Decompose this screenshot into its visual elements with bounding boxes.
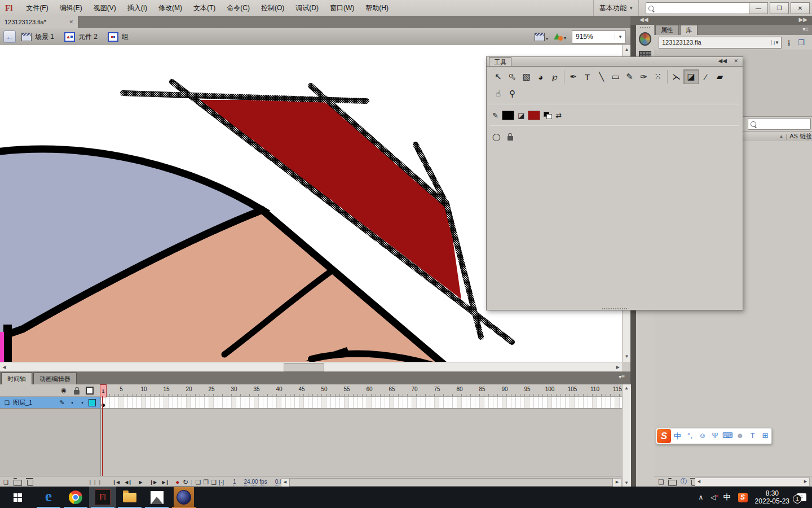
scrollbar-thumb[interactable] [289, 479, 613, 487]
menu-item[interactable]: 控制(O) [255, 1, 290, 15]
layer-frames-row[interactable] [101, 397, 622, 409]
goto-last-frame-button[interactable]: ▶❙ [160, 478, 171, 487]
layer-visibility-toggle[interactable]: • [67, 400, 77, 406]
minimize-button[interactable]: — [749, 2, 768, 14]
panel-tab[interactable]: 时间轴 [1, 373, 32, 384]
tray-chevron-icon[interactable]: ∧ [699, 493, 704, 501]
notification-center-icon[interactable]: ≡ 1 [797, 493, 806, 501]
workspace-switcher[interactable]: 基本功能 ▾ [593, 0, 639, 16]
goto-first-frame-button[interactable]: ❙◀ [111, 478, 122, 487]
pencil-tool[interactable]: ✎ [623, 70, 637, 84]
playhead-line[interactable] [102, 396, 103, 476]
eraser-tool[interactable]: ▰ [713, 70, 727, 84]
menu-item[interactable]: 调试(D) [290, 1, 324, 15]
show-hide-all-icon[interactable]: ◉ [60, 387, 68, 394]
panel-resize-grip[interactable] [602, 308, 627, 309]
voice-input[interactable]: Ψ [709, 431, 721, 441]
scroll-left-icon[interactable]: ◀ [695, 478, 703, 485]
menu-item[interactable]: 窗口(W) [324, 1, 360, 15]
sogou-tray-icon[interactable]: S [738, 493, 748, 502]
dropdown-arrow-icon[interactable]: |▼ [771, 40, 781, 45]
menu-item[interactable]: 插入(I) [122, 1, 153, 15]
scroll-up-icon[interactable]: ▲ [623, 384, 630, 392]
default-colors-icon[interactable] [544, 112, 552, 119]
chrome-app[interactable] [62, 487, 89, 508]
step-forward-button[interactable]: ❙▶ [148, 478, 159, 487]
account[interactable]: ☻ [734, 431, 746, 441]
breadcrumb-scene[interactable]: 场景 1 [21, 32, 54, 42]
paint-bucket-tool[interactable]: ◪ [683, 69, 699, 84]
free-transform-tool[interactable]: ▧ [519, 70, 533, 84]
outline-all-icon[interactable] [86, 387, 94, 395]
clock[interactable]: 8:30 2022-05-23 [755, 489, 789, 505]
scroll-down-icon[interactable]: ▼ [623, 479, 630, 487]
timeline-vertical-scrollbar[interactable]: ▲ ▼ [622, 384, 631, 487]
library-horizontal-scrollbar[interactable]: ◀ ▶ [695, 478, 810, 487]
help-search-box[interactable] [646, 2, 751, 14]
scroll-up-icon[interactable]: ▲ [623, 45, 631, 54]
emoji-picker[interactable]: ☺ [696, 431, 709, 441]
pen-tool[interactable]: ✒ [564, 70, 580, 84]
layer-lock-toggle[interactable]: • [77, 400, 87, 406]
input-mode-indicator[interactable]: 中 [723, 492, 731, 502]
flash-app[interactable]: Fl [89, 487, 116, 508]
panel-tab[interactable]: 库 [680, 25, 698, 35]
pin-library-icon[interactable]: ⊸ [785, 40, 793, 46]
fill-color-swatch[interactable] [528, 111, 540, 120]
breadcrumb-symbol[interactable]: 元件 2 [64, 32, 98, 42]
onion-skin-button[interactable]: ❏ [195, 479, 201, 486]
photos-app[interactable] [143, 487, 170, 508]
lock-fill-icon[interactable] [508, 136, 513, 141]
lasso-tool[interactable]: ℘ [548, 70, 562, 84]
brush-tool[interactable]: ✑ [637, 70, 651, 84]
rectangle-tool[interactable]: ▭ [608, 70, 623, 84]
selection-tool[interactable]: ↖ [491, 70, 505, 84]
collapse-panel-icon[interactable]: ◀◀ [718, 58, 727, 64]
speaker-muted-icon[interactable]: ◁✕ [710, 493, 716, 501]
spray-brush-tool[interactable]: ⁙ [651, 70, 665, 84]
menu-item[interactable]: 修改(M) [153, 1, 188, 15]
edge-app[interactable]: e [35, 487, 62, 508]
edit-multiple-frames-button[interactable]: ❑ [211, 479, 217, 486]
restore-button[interactable]: ❐ [770, 2, 789, 14]
new-layer-button[interactable]: ❏ [3, 478, 8, 487]
explorer-app[interactable] [116, 487, 143, 508]
object-drawing-toggle[interactable]: ◯ [492, 133, 501, 141]
new-library-panel-icon[interactable]: ❐ [798, 38, 805, 47]
panel-tab[interactable]: 属性 [655, 25, 679, 35]
scrollbar-thumb[interactable] [284, 363, 324, 371]
library-document-select[interactable]: 123123123.fla |▼ [659, 37, 782, 49]
tab-close-icon[interactable]: ✕ [69, 19, 73, 25]
sogou-logo[interactable]: S [657, 429, 671, 443]
menu-item[interactable]: 编辑(E) [54, 1, 88, 15]
current-frame-display[interactable]: 1 [233, 479, 236, 485]
edit-symbol-button[interactable]: ▾ [554, 33, 566, 41]
library-search-input[interactable] [758, 120, 805, 128]
3d-rotation-tool[interactable]: ◕ [533, 70, 548, 84]
timeline-horizontal-scrollbar[interactable]: ◀ ▶ [281, 478, 621, 487]
scroll-right-icon[interactable]: ▶ [614, 363, 622, 371]
tools-panel-tab[interactable]: 工具 [489, 57, 511, 67]
menu-item[interactable]: 命令(C) [221, 1, 255, 15]
canvas-horizontal-scrollbar[interactable]: ◀ ▶ [0, 362, 622, 372]
loop-playback-button[interactable]: ↻ [183, 478, 188, 487]
eyedropper-tool[interactable]: ∕ [699, 70, 713, 84]
tools-panel-titlebar[interactable]: ◀◀ ✕ [487, 57, 743, 66]
swap-colors-icon[interactable]: ⇄ [555, 111, 562, 120]
zoom-tool[interactable]: ⚲ [505, 87, 519, 100]
back-button[interactable]: ← [3, 30, 16, 43]
soft-keyboard[interactable]: ⌨ [721, 431, 734, 441]
zoom-level-combobox[interactable]: 915% ▾ [572, 30, 626, 43]
playhead-frame-indicator[interactable]: 1 [100, 384, 107, 397]
scroll-left-icon[interactable]: ◀ [0, 363, 8, 371]
modify-markers-button[interactable]: [·] [219, 478, 224, 487]
menu-item[interactable]: 文本(T) [188, 1, 221, 15]
cinema4d-app[interactable] [170, 487, 197, 508]
scroll-right-icon[interactable]: ▶ [614, 479, 621, 485]
new-folder-button[interactable] [668, 478, 677, 486]
expand-panels-icon[interactable]: ▶▶ [799, 16, 807, 23]
breadcrumb-group[interactable]: 组 [108, 32, 129, 42]
item-properties-button[interactable]: ⓘ [681, 477, 687, 487]
start-button[interactable] [0, 487, 35, 508]
close-button[interactable]: ✕ [791, 2, 810, 14]
